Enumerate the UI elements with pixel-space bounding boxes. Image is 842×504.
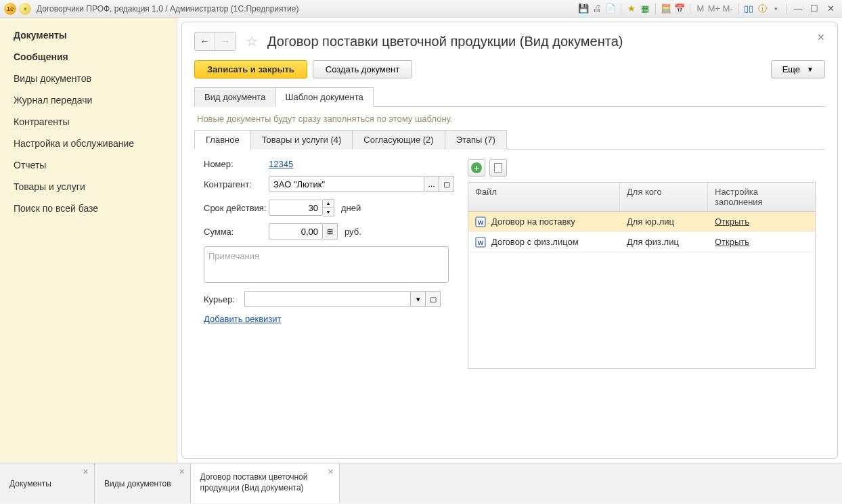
tool-print-icon[interactable]: 🖨 [591, 3, 603, 15]
plus-icon: + [471, 162, 482, 173]
number-link[interactable]: 12345 [269, 159, 293, 169]
sidebar-item-doc-types[interactable]: Виды документов [0, 68, 177, 89]
task-tab-close-icon[interactable]: ✕ [328, 467, 334, 476]
tab-doc-type[interactable]: Вид документа [194, 87, 276, 107]
subtab-goods[interactable]: Товары и услуги (4) [250, 130, 353, 150]
grid-header-setup[interactable]: Настройка заполнения [708, 183, 815, 211]
tool-calc-icon[interactable]: 🧮 [660, 3, 672, 15]
courier-dropdown-button[interactable]: ▾ [411, 291, 426, 307]
tool-m-icon[interactable]: M [694, 3, 707, 15]
subtab-stages[interactable]: Этапы (7) [445, 130, 507, 150]
tool-mplus-icon[interactable]: M+ [708, 3, 720, 15]
tool-link-icon[interactable]: ▦ [639, 3, 651, 15]
grid-cell-for: Для физ.лиц [620, 237, 708, 247]
app-menu-dropdown-icon[interactable]: ▾ [19, 3, 31, 15]
tool-panels-icon[interactable]: ▯▯ [743, 3, 755, 15]
page-title: Договор поставки цветочной продукции (Ви… [267, 34, 623, 49]
task-tab-doc-types[interactable]: Виды документов ✕ [95, 463, 191, 503]
contractor-input[interactable] [269, 176, 424, 192]
nav-back-button[interactable]: ← [195, 32, 215, 50]
sum-calc-button[interactable]: ⊞ [323, 223, 338, 239]
word-file-icon: W [475, 216, 486, 227]
grid-cell-for: Для юр.лиц [620, 216, 708, 227]
sidebar-item-transfer-log[interactable]: Журнал передачи [0, 89, 177, 111]
nav-forward-button[interactable]: → [215, 32, 236, 50]
contractor-open-button[interactable]: ▢ [439, 176, 454, 192]
grid-cell-open-link[interactable]: Открыть [715, 216, 749, 227]
create-document-button[interactable]: Создать документ [313, 60, 412, 78]
add-attribute-link[interactable]: Добавить реквизит [204, 314, 282, 324]
term-unit: дней [341, 203, 361, 213]
tool-info-dropdown-icon[interactable]: ▾ [770, 3, 782, 15]
sidebar-item-goods[interactable]: Товары и услуги [0, 176, 177, 198]
task-tab-current-doc[interactable]: Договор поставки цветочной продукции (Ви… [191, 463, 340, 503]
grid-header-file[interactable]: Файл [468, 183, 620, 211]
app-orb-icon[interactable]: 1c [4, 3, 16, 15]
taskbar: Документы ✕ Виды документов ✕ Договор по… [0, 463, 842, 503]
tool-favorite-icon[interactable]: ★ [625, 3, 638, 15]
contractor-select-button[interactable]: … [424, 176, 439, 192]
add-file-button[interactable]: + [468, 159, 485, 177]
grid-cell-open-link[interactable]: Открыть [715, 237, 749, 247]
task-tab-label: Виды документов [104, 479, 171, 488]
term-spinner: ▲ ▼ [323, 199, 334, 216]
sidebar: Документы Сообщения Виды документов Журн… [0, 18, 177, 463]
titlebar-tools: 💾 🖨 📄 ★ ▦ 🧮 📅 M M+ M- ▯▯ ⓘ ▾ — ☐ ✕ [577, 3, 838, 15]
document-icon [494, 163, 502, 173]
titlebar: 1c ▾ Договорчики ПРОФ, редакция 1.0 / Ад… [0, 0, 842, 18]
grid-cell-file: Договор с физ.лицом [491, 237, 579, 247]
svg-text:W: W [478, 239, 484, 246]
courier-input[interactable] [244, 291, 411, 307]
new-doc-button[interactable] [489, 159, 507, 177]
tool-calendar-icon[interactable]: 📅 [673, 3, 686, 15]
term-input[interactable] [269, 200, 323, 216]
term-spin-up[interactable]: ▲ [323, 200, 334, 208]
save-and-close-button[interactable]: Записать и закрыть [194, 60, 307, 78]
word-file-icon: W [475, 237, 486, 248]
chevron-down-icon: ▼ [807, 66, 814, 73]
template-hint: Новые документы будут сразу заполняться … [197, 114, 825, 124]
window-title: Договорчики ПРОФ, редакция 1.0 / Админис… [37, 4, 298, 14]
courier-open-button[interactable]: ▢ [426, 291, 441, 307]
tool-mminus-icon[interactable]: M- [722, 3, 734, 15]
task-tab-label: Документы [9, 479, 51, 488]
sidebar-item-settings[interactable]: Настройка и обслуживание [0, 133, 177, 154]
tool-info-icon[interactable]: ⓘ [756, 3, 768, 15]
notes-textarea[interactable] [204, 246, 449, 283]
task-tab-close-icon[interactable]: ✕ [83, 467, 89, 476]
sub-tabs: Главное Товары и услуги (4) Согласующие … [194, 129, 825, 150]
window-minimize-button[interactable]: — [791, 3, 805, 15]
top-tabs: Вид документа Шаблон документа [194, 87, 825, 107]
subtab-approvers[interactable]: Согласующие (2) [352, 130, 445, 150]
grid-header-for[interactable]: Для кого [620, 183, 708, 211]
sidebar-item-search-all[interactable]: Поиск по всей базе [0, 198, 177, 219]
grid-cell-file: Договор на поставку [491, 216, 575, 227]
grid-row[interactable]: W Договор на поставку Для юр.лиц Открыть [468, 212, 815, 232]
favorite-star-icon[interactable]: ☆ [246, 33, 258, 49]
sidebar-item-contractors[interactable]: Контрагенты [0, 111, 177, 133]
nav-history-buttons: ← → [194, 32, 236, 51]
term-label: Срок действия: [204, 203, 269, 213]
window-maximize-button[interactable]: ☐ [807, 3, 822, 15]
svg-text:W: W [478, 219, 484, 226]
tool-save-icon[interactable]: 💾 [577, 3, 590, 15]
sum-unit: руб. [345, 227, 361, 237]
sidebar-item-messages[interactable]: Сообщения [0, 46, 177, 68]
grid-row[interactable]: W Договор с физ.лицом Для физ.лиц Открыт… [468, 232, 815, 252]
task-tab-documents[interactable]: Документы ✕ [0, 463, 95, 503]
sum-input[interactable] [269, 223, 323, 239]
courier-label: Курьер: [204, 294, 244, 304]
term-spin-down[interactable]: ▼ [323, 208, 334, 216]
tool-doc-icon[interactable]: 📄 [604, 3, 617, 15]
task-tab-label: Договор поставки цветочной продукции (Ви… [200, 472, 320, 493]
sidebar-item-documents[interactable]: Документы [0, 24, 177, 46]
window-close-button[interactable]: ✕ [823, 3, 838, 15]
subtab-main[interactable]: Главное [194, 130, 251, 150]
contractor-label: Контрагент: [204, 179, 269, 189]
more-button[interactable]: Еще▼ [771, 60, 825, 78]
tab-doc-template[interactable]: Шаблон документа [275, 87, 374, 107]
task-tab-close-icon[interactable]: ✕ [179, 467, 185, 476]
page-close-icon[interactable]: ✕ [817, 32, 825, 43]
number-label: Номер: [204, 159, 269, 169]
sidebar-item-reports[interactable]: Отчеты [0, 154, 177, 176]
